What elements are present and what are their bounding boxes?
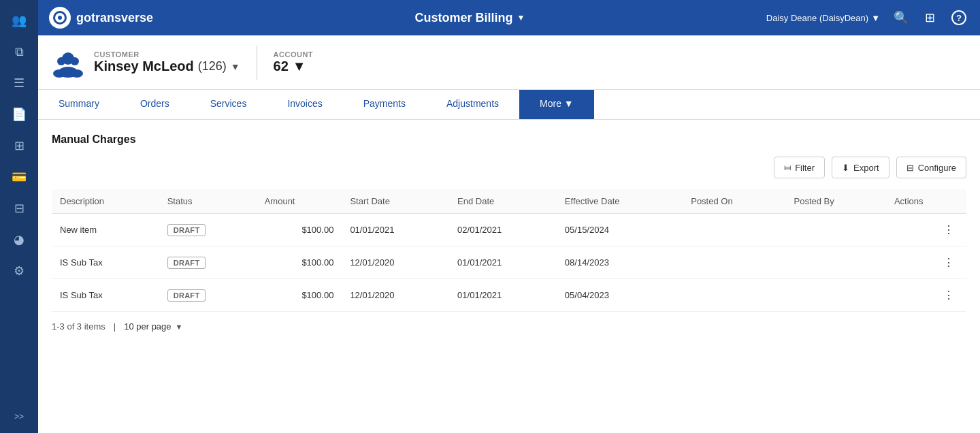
tab-orders[interactable]: Orders [120, 90, 190, 119]
row-actions-button[interactable]: ⋮ [939, 255, 958, 270]
tab-services[interactable]: Services [190, 90, 267, 119]
export-icon: ⬇ [842, 163, 849, 173]
apps-grid-icon: ⊞ [925, 11, 935, 25]
col-description: Description [52, 189, 159, 214]
tab-bar: Summary Orders Services Invoices Payment… [38, 90, 980, 120]
tab-more[interactable]: More ▼ [519, 90, 594, 119]
configure-label: Configure [918, 163, 956, 173]
filter-icon: ⧦ [784, 162, 791, 173]
nav-right: Daisy Deane (DaisyDean) ▼ 🔍 ⊞ ? [766, 7, 969, 29]
table-body: New item DRAFT $100.00 01/01/2021 02/01/… [52, 214, 966, 312]
logo-icon [53, 11, 67, 25]
customer-name-text: Kinsey McLeod [94, 59, 194, 74]
cell-posted-on [683, 279, 785, 312]
col-actions: Actions [886, 189, 966, 214]
gear-icon: ⚙ [14, 263, 24, 278]
page-title-arrow[interactable]: ▼ [517, 13, 525, 22]
cell-start-date: 12/01/2020 [342, 246, 449, 279]
svg-point-4 [53, 69, 65, 78]
palette-icon: ◕ [14, 232, 24, 247]
pagination-summary: 1-3 of 3 items [52, 321, 105, 332]
sidebar-icon-calc[interactable]: ⊟ [5, 195, 33, 222]
cell-posted-on [683, 214, 785, 246]
card-icon: 💳 [12, 170, 27, 185]
configure-button[interactable]: ⊟ Configure [896, 157, 966, 178]
sidebar-icon-gear[interactable]: ⚙ [5, 257, 33, 285]
sidebar-expand-button[interactable]: >> [5, 407, 33, 426]
cell-actions: ⋮ [886, 279, 966, 312]
logo-text: gotransverse [76, 11, 153, 25]
svg-point-2 [71, 57, 79, 65]
help-button[interactable]: ? [949, 7, 969, 29]
account-info: ACCOUNT 62 ▼ [274, 50, 314, 74]
export-button[interactable]: ⬇ Export [832, 157, 889, 178]
sidebar-icon-users[interactable]: 👥 [5, 7, 33, 34]
cell-start-date: 01/01/2021 [342, 214, 449, 246]
logo[interactable]: gotransverse [49, 7, 153, 29]
row-actions-button[interactable]: ⋮ [939, 222, 958, 238]
cell-end-date: 01/01/2021 [449, 246, 557, 279]
sidebar-icon-palette[interactable]: ◕ [5, 226, 33, 253]
col-end-date: End Date [449, 189, 557, 214]
svg-point-5 [71, 69, 83, 78]
account-dropdown-arrow: ▼ [293, 59, 306, 74]
cell-amount: $100.00 [257, 246, 342, 279]
configure-icon: ⊟ [906, 163, 914, 173]
col-start-date: Start Date [342, 189, 449, 214]
page-title-text: Customer Billing [415, 11, 513, 25]
filter-button[interactable]: ⧦ Filter [774, 157, 825, 178]
col-posted-on: Posted On [683, 189, 785, 214]
document-icon: 📄 [12, 107, 27, 122]
top-navigation: gotransverse Customer Billing ▼ Daisy De… [38, 0, 980, 35]
table-header-row: Description Status Amount Start Date End… [52, 189, 966, 214]
customer-label: CUSTOMER [94, 50, 240, 59]
table-row: IS Sub Tax DRAFT $100.00 12/01/2020 01/0… [52, 279, 966, 312]
expand-icon: >> [14, 412, 24, 421]
cell-end-date: 01/01/2021 [449, 279, 557, 312]
per-page-selector[interactable]: 10 per page ▼ [124, 321, 182, 332]
account-value[interactable]: 62 ▼ [274, 59, 314, 74]
cell-effective-date: 05/15/2024 [557, 214, 683, 246]
cell-posted-by [786, 279, 886, 312]
cell-actions: ⋮ [886, 214, 966, 246]
per-page-arrow: ▼ [176, 323, 183, 331]
customer-count: (126) [198, 59, 227, 74]
sidebar-icon-document[interactable]: 📄 [5, 101, 33, 128]
user-menu[interactable]: Daisy Deane (DaisyDean) ▼ [766, 13, 880, 23]
sidebar-icon-list[interactable]: ☰ [5, 69, 33, 97]
cell-end-date: 02/01/2021 [449, 214, 557, 246]
user-dropdown-arrow: ▼ [871, 13, 880, 23]
customer-dropdown-arrow[interactable]: ▼ [231, 61, 240, 72]
col-amount: Amount [257, 189, 342, 214]
per-page-label: 10 per page [124, 321, 171, 332]
account-number: 62 [274, 59, 289, 74]
sidebar-icon-card[interactable]: 💳 [5, 163, 33, 191]
tab-summary[interactable]: Summary [38, 90, 120, 119]
cell-posted-by [786, 214, 886, 246]
filter-label: Filter [795, 163, 815, 173]
status-badge: DRAFT [167, 289, 206, 302]
tab-invoices[interactable]: Invoices [267, 90, 342, 119]
svg-point-1 [57, 57, 65, 65]
customer-avatar [52, 46, 84, 79]
calc-icon: ⊟ [14, 201, 24, 216]
cell-description: IS Sub Tax [52, 279, 159, 312]
status-badge: DRAFT [167, 224, 206, 236]
cell-description: IS Sub Tax [52, 246, 159, 279]
tab-payments[interactable]: Payments [343, 90, 426, 119]
cell-amount: $100.00 [257, 214, 342, 246]
sidebar-icon-table[interactable]: ⊞ [5, 132, 33, 159]
table-header: Description Status Amount Start Date End… [52, 189, 966, 214]
cell-amount: $100.00 [257, 279, 342, 312]
row-actions-button[interactable]: ⋮ [939, 287, 958, 303]
per-page-divider: | [114, 321, 116, 332]
tab-adjustments[interactable]: Adjustments [426, 90, 519, 119]
cell-posted-by [786, 246, 886, 279]
col-posted-by: Posted By [786, 189, 886, 214]
user-name: Daisy Deane (DaisyDean) [766, 13, 868, 23]
sidebar-icon-copy[interactable]: ⧉ [5, 38, 33, 65]
apps-button[interactable]: ⊞ [922, 7, 938, 28]
customer-info: CUSTOMER Kinsey McLeod (126) ▼ [94, 50, 240, 74]
export-label: Export [853, 163, 879, 173]
search-button[interactable]: 🔍 [891, 7, 911, 28]
